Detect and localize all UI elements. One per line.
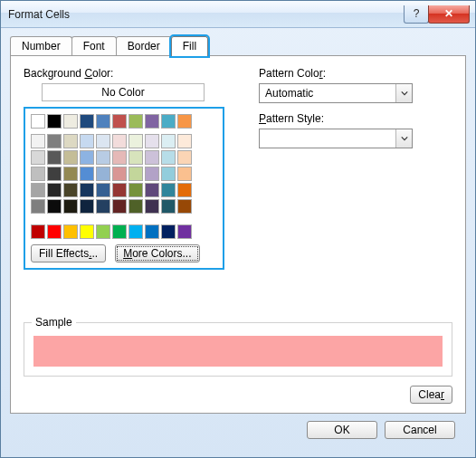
color-swatch[interactable] — [112, 199, 127, 214]
color-swatch[interactable] — [145, 134, 159, 148]
color-swatch[interactable] — [80, 183, 94, 197]
color-swatch[interactable] — [145, 183, 159, 197]
color-swatch[interactable] — [31, 134, 45, 148]
color-swatch[interactable] — [80, 150, 94, 165]
color-swatch[interactable] — [145, 114, 159, 129]
color-swatch[interactable] — [177, 167, 192, 181]
button-label: Cancel — [403, 424, 436, 436]
color-swatch[interactable] — [96, 167, 110, 181]
ok-button[interactable]: OK — [307, 421, 377, 439]
color-swatch[interactable] — [63, 224, 78, 239]
sample-label: Sample — [32, 316, 76, 329]
color-swatch[interactable] — [161, 167, 176, 181]
color-swatch[interactable] — [80, 167, 94, 181]
tab-label: Fill — [183, 40, 196, 52]
color-swatch[interactable] — [145, 199, 159, 214]
pattern-color-select[interactable]: Automatic — [259, 83, 413, 103]
color-swatch[interactable] — [177, 224, 192, 239]
color-swatch[interactable] — [96, 199, 110, 214]
color-swatch[interactable] — [145, 150, 159, 165]
color-swatch[interactable] — [80, 114, 94, 129]
color-swatch[interactable] — [112, 224, 127, 239]
pattern-style-select[interactable] — [259, 129, 413, 148]
color-swatch[interactable] — [177, 199, 192, 214]
color-swatch[interactable] — [47, 167, 62, 181]
color-swatch[interactable] — [31, 183, 45, 197]
chevron-down-icon — [395, 84, 412, 102]
color-swatch[interactable] — [129, 134, 143, 148]
tab-fill[interactable]: Fill — [171, 36, 208, 56]
color-swatch[interactable] — [47, 114, 62, 129]
color-swatch[interactable] — [177, 134, 192, 148]
color-swatch[interactable] — [112, 183, 127, 197]
help-icon: ? — [414, 7, 420, 20]
color-swatch[interactable] — [96, 150, 110, 165]
color-swatch[interactable] — [63, 167, 78, 181]
color-swatch[interactable] — [63, 134, 78, 148]
color-swatch[interactable] — [129, 150, 143, 165]
button-label: More Colors... — [123, 247, 191, 260]
color-swatch[interactable] — [31, 167, 45, 181]
color-swatch[interactable] — [129, 167, 143, 181]
color-swatch[interactable] — [96, 114, 110, 129]
color-swatch[interactable] — [161, 199, 176, 214]
color-swatch[interactable] — [63, 150, 78, 165]
color-swatch[interactable] — [31, 199, 45, 214]
tab-border[interactable]: Border — [116, 36, 172, 55]
color-swatch[interactable] — [161, 183, 176, 197]
color-swatch[interactable] — [63, 183, 78, 197]
color-swatch[interactable] — [31, 224, 45, 239]
color-swatch[interactable] — [112, 114, 127, 129]
color-swatch[interactable] — [96, 224, 110, 239]
no-color-button[interactable]: No Color — [42, 83, 205, 101]
color-swatch[interactable] — [96, 134, 110, 148]
clear-button[interactable]: Clear — [410, 386, 452, 404]
theme-colors-row — [31, 114, 217, 129]
cancel-button[interactable]: Cancel — [385, 421, 455, 439]
color-swatch[interactable] — [47, 199, 62, 214]
fill-effects-button[interactable]: Fill Effects... — [31, 244, 106, 262]
color-swatch[interactable] — [129, 183, 143, 197]
color-picker: Fill Effects... More Colors... — [24, 107, 224, 270]
pattern-color-value: Automatic — [265, 87, 313, 100]
color-swatch[interactable] — [177, 183, 192, 197]
color-swatch[interactable] — [47, 183, 62, 197]
color-swatch[interactable] — [80, 199, 94, 214]
color-swatch[interactable] — [129, 199, 143, 214]
button-label: OK — [334, 424, 349, 436]
color-swatch[interactable] — [112, 150, 127, 165]
color-swatch[interactable] — [177, 114, 192, 129]
color-swatch[interactable] — [161, 134, 176, 148]
color-swatch[interactable] — [177, 150, 192, 165]
color-swatch[interactable] — [31, 114, 45, 129]
color-swatch[interactable] — [31, 150, 45, 165]
close-icon: ✕ — [444, 7, 453, 20]
close-button[interactable]: ✕ — [428, 5, 470, 24]
more-colors-button[interactable]: More Colors... — [115, 244, 199, 262]
color-swatch[interactable] — [129, 224, 143, 239]
format-cells-dialog: Format Cells ? ✕ Number Font Border Fill… — [0, 0, 476, 458]
color-swatch[interactable] — [129, 114, 143, 129]
color-swatch[interactable] — [161, 224, 176, 239]
color-swatch[interactable] — [161, 114, 176, 129]
color-swatch[interactable] — [112, 167, 127, 181]
color-swatch[interactable] — [112, 134, 127, 148]
color-swatch[interactable] — [96, 183, 110, 197]
color-swatch[interactable] — [145, 167, 159, 181]
color-swatch[interactable] — [161, 150, 176, 165]
help-button[interactable]: ? — [404, 5, 429, 24]
tab-number[interactable]: Number — [10, 36, 72, 55]
color-swatch[interactable] — [80, 224, 94, 239]
color-swatch[interactable] — [145, 224, 159, 239]
color-swatch[interactable] — [47, 224, 62, 239]
sample-section: Sample Clear — [24, 315, 452, 404]
color-swatch[interactable] — [63, 199, 78, 214]
window-title: Format Cells — [8, 8, 405, 21]
tab-font[interactable]: Font — [71, 36, 117, 55]
color-swatch[interactable] — [80, 134, 94, 148]
titlebar: Format Cells ? ✕ — [1, 1, 475, 28]
color-swatch[interactable] — [47, 134, 62, 148]
color-swatch[interactable] — [47, 150, 62, 165]
color-swatch[interactable] — [63, 114, 78, 129]
dialog-content: Number Font Border Fill Background Color… — [1, 28, 475, 457]
